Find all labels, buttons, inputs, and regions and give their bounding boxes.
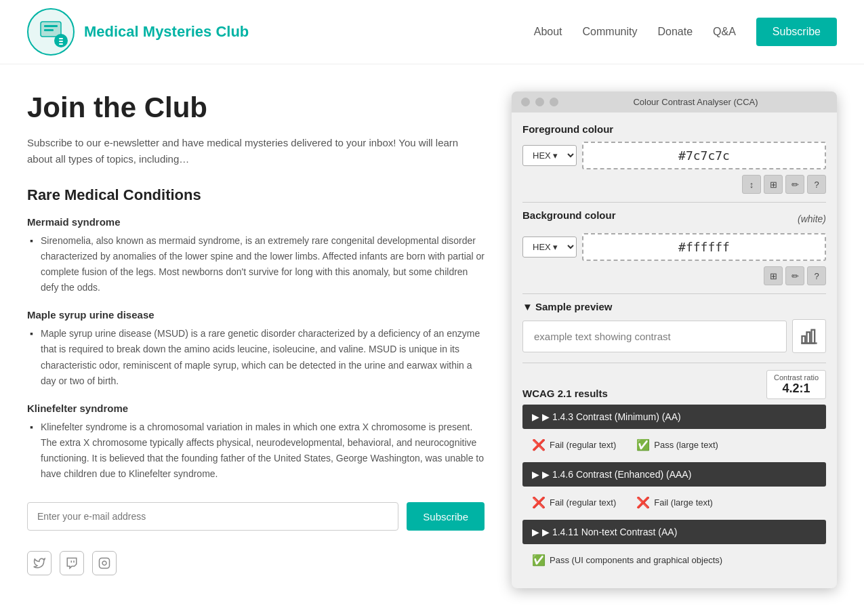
svg-rect-7 [59, 43, 63, 45]
wcag-row-146[interactable]: ▶ ▶ 1.4.6 Contrast (Enhanced) (AAA) [522, 462, 826, 487]
brand-name: Medical Mysteries Club [84, 23, 249, 41]
cca-divider-1 [522, 202, 826, 203]
condition-title-0: Mermaid syndrome [27, 216, 485, 228]
wcag-14111-results: ✅ Pass (UI components and graphical obje… [522, 548, 826, 572]
brand: Medical Mysteries Club [27, 8, 249, 56]
subscribe-form: Subscribe [27, 502, 485, 531]
condition-desc-0: Sirenomelia, also known as mermaid syndr… [27, 233, 485, 295]
wcag-row-14111[interactable]: ▶ ▶ 1.4.11 Non-text Contrast (AA) [522, 520, 826, 544]
bg-tool-sliders[interactable]: ⊞ [764, 266, 783, 285]
wcag-146-result-0: ❌ Fail (regular text) [532, 496, 616, 509]
wcag-143-results: ❌ Fail (regular text) ✅ Pass (large text… [522, 433, 826, 457]
cca-divider-2 [522, 293, 826, 294]
fail-icon-1: ❌ [532, 496, 546, 509]
condition-item-0: Mermaid syndrome Sirenomelia, also known… [27, 216, 485, 295]
instagram-icon[interactable] [92, 551, 117, 575]
svg-rect-6 [59, 41, 63, 42]
twitch-icon[interactable] [60, 551, 84, 575]
background-format-select[interactable]: HEX ▾ [522, 237, 577, 258]
cca-window: Colour Contrast Analyser (CCA) Foregroun… [512, 91, 837, 588]
wcag-146-label: ▶ 1.4.6 Contrast (Enhanced) (AAA) [542, 469, 691, 480]
wcag-title: WCAG 2.1 results [522, 388, 608, 399]
bg-tool-help[interactable]: ? [807, 266, 826, 285]
cca-titlebar: Colour Contrast Analyser (CCA) [512, 91, 837, 112]
wcag-143-result-text-0: Fail (regular text) [550, 440, 616, 450]
svg-rect-5 [59, 38, 63, 39]
condition-item-2: Klinefelter syndrome Klinefelter syndrom… [27, 403, 485, 482]
email-input[interactable] [27, 502, 398, 531]
fg-tool-help[interactable]: ? [807, 175, 826, 194]
contrast-ratio-box: Contrast ratio 4.2:1 [766, 370, 826, 399]
sample-preview-row: example text showing contrast [522, 319, 826, 353]
wcag-143-toggle: ▶ [532, 411, 539, 422]
foreground-label: Foreground colour [522, 123, 826, 135]
nav-link-about[interactable]: About [534, 26, 562, 38]
wcag-header-row: WCAG 2.1 results Contrast ratio 4.2:1 [522, 370, 826, 399]
background-label: Background colour [522, 209, 616, 221]
social-icons [27, 551, 485, 575]
titlebar-btn-min[interactable] [535, 98, 544, 106]
background-toolbar: ⊞ ✏ ? [522, 266, 826, 285]
wcag-146-result-text-0: Fail (regular text) [550, 497, 616, 508]
wcag-14111-result-text-0: Pass (UI components and graphical object… [550, 555, 722, 565]
nav-subscribe-button[interactable]: Subscribe [756, 18, 837, 46]
navbar: Medical Mysteries Club About Community D… [0, 0, 864, 64]
contrast-ratio-value: 4.2:1 [774, 382, 819, 396]
wcag-143-label: ▶ 1.4.3 Contrast (Minimum) (AA) [542, 411, 681, 422]
condition-title-1: Maple syrup urine disease [27, 309, 485, 321]
wcag-143-result-1: ✅ Pass (large text) [636, 438, 718, 451]
background-hex-input[interactable] [582, 233, 826, 261]
nav-link-qa[interactable]: Q&A [713, 26, 736, 38]
sample-chart-button[interactable] [792, 319, 826, 353]
condition-desc-2: Klinefelter syndrome is a chromosomal va… [27, 419, 485, 482]
section-title: Rare Medical Conditions [27, 186, 485, 204]
foreground-toolbar: ↕ ⊞ ✏ ? [522, 175, 826, 194]
foreground-format-select[interactable]: HEX ▾ [522, 145, 577, 166]
wcag-146-result-1: ❌ Fail (large text) [636, 496, 713, 509]
wcag-143-result-text-1: Pass (large text) [654, 440, 718, 450]
wcag-14111-toggle: ▶ [532, 527, 539, 537]
fg-tool-sliders[interactable]: ⊞ [764, 175, 783, 194]
left-column: Join the Club Subscribe to our e-newslet… [27, 91, 485, 575]
bg-tool-eyedropper[interactable]: ✏ [785, 266, 804, 285]
condition-title-2: Klinefelter syndrome [27, 403, 485, 414]
navbar-links: About Community Donate Q&A Subscribe [534, 18, 837, 46]
wcag-14111-label: ▶ 1.4.11 Non-text Contrast (AA) [542, 527, 677, 537]
wcag-146-toggle: ▶ [532, 469, 539, 480]
wcag-14111-result-0: ✅ Pass (UI components and graphical obje… [532, 554, 722, 567]
condition-desc-1: Maple syrup urine disease (MSUD) is a ra… [27, 326, 485, 388]
svg-rect-8 [100, 558, 110, 569]
contrast-ratio-label: Contrast ratio [774, 373, 819, 382]
svg-rect-11 [807, 332, 810, 343]
cca-divider-3 [522, 363, 826, 363]
svg-rect-2 [44, 25, 58, 27]
nav-link-community[interactable]: Community [583, 26, 638, 38]
pass-icon-0: ✅ [636, 438, 650, 451]
titlebar-btn-max[interactable] [550, 98, 558, 106]
brand-logo [27, 8, 75, 56]
svg-rect-3 [44, 29, 54, 31]
wcag-143-result-0: ❌ Fail (regular text) [532, 438, 616, 451]
cca-window-title: Colour Contrast Analyser (CCA) [564, 97, 827, 107]
svg-rect-10 [802, 336, 806, 344]
page-title: Join the Club [27, 91, 485, 124]
fail-icon-2: ❌ [636, 496, 650, 509]
sample-text-box: example text showing contrast [522, 321, 787, 352]
main-content: Join the Club Subscribe to our e-newslet… [0, 64, 864, 615]
wcag-146-results: ❌ Fail (regular text) ❌ Fail (large text… [522, 491, 826, 514]
titlebar-btn-close[interactable] [521, 98, 530, 106]
form-subscribe-button[interactable]: Subscribe [407, 502, 485, 531]
twitter-icon[interactable] [27, 551, 52, 575]
page-intro: Subscribe to our e-newsletter and have m… [27, 135, 485, 167]
pass-icon-1: ✅ [532, 554, 546, 567]
background-white-label: (white) [798, 213, 826, 224]
svg-rect-12 [812, 330, 815, 344]
wcag-row-143[interactable]: ▶ ▶ 1.4.3 Contrast (Minimum) (AA) [522, 405, 826, 429]
foreground-hex-input[interactable] [582, 142, 826, 169]
fg-tool-eyedropper[interactable]: ✏ [785, 175, 804, 194]
nav-link-donate[interactable]: Donate [657, 26, 693, 38]
fg-tool-arrows[interactable]: ↕ [742, 175, 761, 194]
background-label-row: Background colour (white) [522, 209, 826, 228]
sample-preview-label: ▼ Sample preview [522, 301, 826, 312]
condition-item-1: Maple syrup urine disease Maple syrup ur… [27, 309, 485, 388]
